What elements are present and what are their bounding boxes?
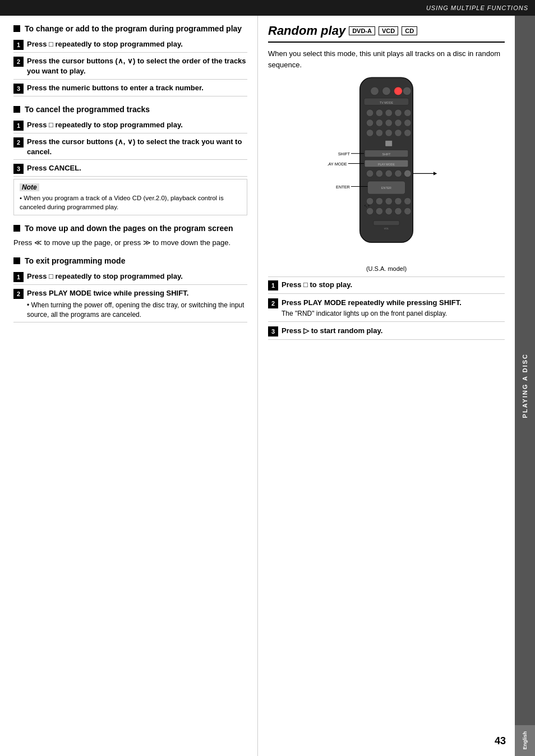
right-step-1-text: Press □ to stop play. (282, 280, 352, 290)
step-change-2: 2 Press the cursor buttons (∧, ∨) to sel… (13, 54, 247, 79)
left-column: To change or add to the program during p… (0, 16, 258, 756)
section-move-title: To move up and down the pages on the pro… (25, 223, 233, 233)
header-title: USING MULTIPLE FUNCTIONS (426, 4, 528, 11)
step-exit-1: 1 Press □ repeatedly to stop programmed … (13, 269, 247, 285)
bullet-icon (13, 25, 20, 32)
step-cancel-num-2: 2 (13, 137, 24, 147)
right-column: Random play DVD-A VCD CD When you select… (258, 16, 515, 756)
random-play-header: Random play DVD-A VCD CD (268, 24, 505, 43)
note-text: • When you program a track of a Video CD… (20, 193, 241, 211)
right-step-3-text: Press ▷ to start random play. (282, 326, 382, 336)
step-cancel-3-text: Press CANCEL. (27, 163, 81, 173)
header-bar: USING MULTIPLE FUNCTIONS (0, 0, 535, 16)
remote-labels-area (268, 97, 505, 276)
right-step-2: 2 Press PLAY MODE repeatedly while press… (268, 295, 505, 322)
sidebar-english-text: English (522, 731, 528, 750)
page-number: 43 (495, 735, 506, 747)
format-cd-badge: CD (402, 26, 417, 35)
step-change-1-text: Press □ repeatedly to stop programmed pl… (27, 39, 183, 49)
step-exit-2-text: Press PLAY MODE twice while pressing SHI… (27, 288, 247, 298)
step-change-2-text: Press the cursor buttons (∧, ∨) to selec… (27, 56, 247, 76)
step-change-1: 1 Press □ repeatedly to stop programmed … (13, 37, 247, 53)
right-step-num-2: 2 (268, 298, 278, 308)
step-cancel-num-3: 3 (13, 164, 24, 174)
step-exit-1-text: Press □ repeatedly to stop programmed pl… (27, 271, 183, 282)
section-change-add-title: To change or add to the program during p… (25, 24, 242, 34)
section-exit-title: To exit programming mode (25, 256, 125, 266)
right-step-1: 1 Press □ to stop play. (268, 277, 505, 294)
step-cancel-2: 2 Press the cursor buttons (∧, ∨) to sel… (13, 135, 247, 160)
svg-point-2 (382, 87, 391, 95)
note-label: Note (20, 183, 39, 191)
right-step-2-sub: The "RND" indicator lights up on the fro… (282, 309, 462, 319)
content-area: To change or add to the program during p… (0, 16, 515, 756)
section-exit: To exit programming mode (13, 256, 247, 266)
section-cancel-title: To cancel the programmed tracks (25, 104, 150, 114)
section-change-add: To change or add to the program during p… (13, 24, 247, 34)
random-play-title-text: Random play (268, 24, 345, 38)
section-cancel: To cancel the programmed tracks (13, 104, 247, 114)
step-cancel-3: 3 Press CANCEL. (13, 161, 247, 177)
format-vcd-badge: VCD (379, 26, 398, 35)
step-exit-num-2: 2 (13, 289, 24, 299)
svg-point-3 (394, 87, 403, 95)
step-num-1: 1 (13, 40, 24, 50)
right-step-2-text: Press PLAY MODE repeatedly while pressin… (282, 298, 462, 308)
step-num-2: 2 (13, 57, 24, 67)
sidebar-english: English (515, 725, 535, 756)
right-step-num-1: 1 (268, 280, 278, 291)
svg-point-1 (371, 87, 379, 95)
note-box: Note • When you program a track of a Vid… (13, 179, 247, 215)
step-exit-num-1: 1 (13, 272, 24, 282)
format-dvd-badge: DVD-A (349, 26, 375, 35)
step-cancel-num-1: 1 (13, 121, 24, 131)
step-exit-2-sub: • When turning the power off, opening th… (27, 301, 247, 320)
sidebar-right: PLAYING A DISC (515, 16, 535, 756)
step-change-3: 3 Press the numeric buttons to enter a t… (13, 81, 247, 96)
bullet-icon-cancel (13, 106, 20, 113)
bullet-icon-move (13, 225, 20, 232)
move-pages-body: Press ≪ to move up the page, or press ≫ … (13, 237, 247, 248)
step-change-3-text: Press the numeric buttons to enter a tra… (27, 83, 204, 93)
sidebar-main-text: PLAYING A DISC (522, 353, 528, 418)
step-exit-2: 2 Press PLAY MODE twice while pressing S… (13, 286, 247, 322)
step-cancel-2-text: Press the cursor buttons (∧, ∨) to selec… (27, 137, 247, 157)
random-play-intro: When you select this mode, this unit pla… (268, 48, 505, 70)
bullet-icon-exit (13, 257, 20, 264)
section-move-pages: To move up and down the pages on the pro… (13, 223, 247, 233)
right-step-3: 3 Press ▷ to start random play. (268, 323, 505, 340)
step-num-3: 3 (13, 84, 24, 94)
step-cancel-1-text: Press □ repeatedly to stop programmed pl… (27, 120, 183, 130)
step-cancel-1: 1 Press □ repeatedly to stop programmed … (13, 118, 247, 133)
svg-point-4 (403, 87, 411, 95)
right-step-num-3: 3 (268, 326, 278, 336)
